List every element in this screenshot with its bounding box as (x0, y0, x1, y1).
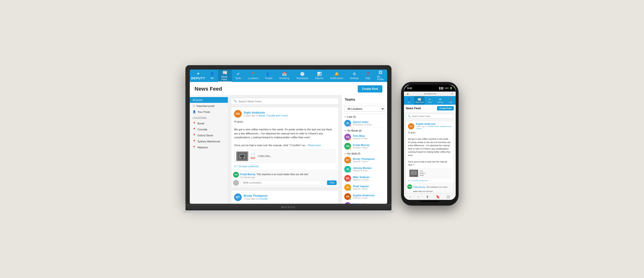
nav-news-feed[interactable]: 📰 News Feed (218, 70, 232, 82)
share-button[interactable]: ⬆ (426, 195, 429, 199)
post-author-1[interactable]: Soph Anderson (244, 111, 288, 114)
post-body-1: Hi guys, We got a new coffee machine in … (234, 120, 336, 148)
nav-reports[interactable]: 📊 Reports (312, 70, 327, 82)
sidebar-item-oxford-street[interactable]: 📍 Oxford Street (190, 132, 228, 138)
sidebar-item-waterloo[interactable]: 📍 Waterloo (190, 144, 228, 150)
phone-nav-settings[interactable]: ⚙ Settings (435, 96, 446, 105)
lock-icon: 🔒 (406, 92, 409, 95)
post-location-link-2[interactable]: Cronulla (258, 198, 268, 200)
comment-input-1[interactable] (240, 180, 326, 185)
phone-post-body: Hi guys, We got a new coffee machine in … (408, 131, 452, 167)
feed-area: 🔍 SA Soph Anderson (228, 95, 342, 204)
refresh-icon[interactable]: ↻ (452, 92, 453, 95)
member-name-finn[interactable]: Finn Blue (353, 134, 368, 137)
sidebar-item-bondi[interactable]: 📍 Bondi (190, 120, 228, 126)
nav-help[interactable]: ❓ Help (362, 70, 374, 82)
member-name-mike[interactable]: Mike Sullivan (353, 176, 370, 178)
pdf-icon-wrap: 📄 PDF (250, 153, 256, 160)
member-name-sophie[interactable]: Sophie Anderson (353, 194, 375, 197)
sidebar-item-sydney-warehouse[interactable]: 📍 Sydney Warehouse (190, 138, 228, 144)
waterloo-label: Waterloo (198, 146, 208, 149)
phone-confirmed: 17 / 23 have confirmed (408, 180, 452, 182)
phone-comment-author[interactable]: Freda Murray (413, 186, 425, 188)
sidebar-item-your-posts[interactable]: 👤 Your Posts (190, 109, 228, 115)
phone-bottom-bar: ‹ › ⬆ 🔖 ⊡ (404, 193, 456, 200)
my-profile-icon: 🖼 (378, 70, 382, 75)
nav-rostering-label: Rostering (279, 77, 290, 80)
teams-location-select[interactable]: All Locations (344, 106, 385, 112)
teams-filter: All Locations (342, 104, 387, 114)
your-posts-icon: 👤 (192, 110, 196, 113)
svg-point-3 (242, 158, 243, 159)
search-input[interactable] (238, 100, 336, 103)
phone-home-indicator (420, 201, 440, 202)
search-bar[interactable]: 🔍 (231, 98, 339, 104)
nav-people[interactable]: 👥 People (262, 70, 276, 82)
phone-attachment[interactable]: Cof... Machi... 3000 (408, 168, 452, 178)
nav-reports-label: Reports (315, 77, 324, 80)
nav-notifications[interactable]: 🔔 Notifications (327, 70, 346, 82)
phone-post-author[interactable]: Sophie Anderson (416, 123, 452, 125)
laptop-brand: MacBook (281, 206, 296, 208)
phone-help-label: Help (449, 101, 452, 103)
team-member-darren: DI Darren Inder Scheduled 11:00am (342, 119, 387, 128)
help-icon: ❓ (365, 72, 370, 76)
phone-comment-content: Freda Murray This machine is so much bet… (413, 184, 452, 194)
comment-time-1: 27 minutes ago (240, 176, 336, 178)
phone-nav-news-feed[interactable]: 📰 News Feed (414, 96, 424, 105)
member-name-freda[interactable]: Freda Murray (353, 144, 370, 146)
phone-nav-tasks[interactable]: ✔ Tasks (424, 96, 435, 105)
comment-author-1[interactable]: Freda Murray (240, 173, 256, 176)
reports-icon: 📊 (317, 72, 322, 76)
create-post-button[interactable]: Create Post (358, 85, 382, 92)
nav-rostering[interactable]: 📅 Rostering (276, 70, 293, 82)
read-more-1[interactable]: Read more (308, 144, 321, 147)
post-location-link-1[interactable]: Bondi, Cronulla and 3 more (259, 114, 288, 117)
nav-tasks[interactable]: ✔ Tasks (232, 70, 245, 82)
nav-news-feed-label: News Feed (222, 76, 228, 81)
phone-post-header: SA Sophie Anderson 3 days ago to Oxford … (408, 123, 452, 130)
phone-search[interactable]: 🔍 (406, 114, 454, 119)
nav-settings[interactable]: ⚙ Settings (347, 70, 362, 82)
post-author-2[interactable]: Brody Thompson (244, 194, 268, 198)
post-attachment-1[interactable]: 📄 PDF Coffee Mac... (234, 149, 336, 163)
phone-create-post-button[interactable]: Create Post (437, 106, 454, 110)
nav-logo[interactable]: ✦ DEPUTY (190, 70, 206, 82)
member-name-jeremy[interactable]: Jeremy Becker (353, 166, 372, 170)
nav-timesheets[interactable]: 🕐 Timesheets (293, 70, 312, 82)
comment-post-button-1[interactable]: Post (327, 180, 336, 185)
phone-nav-me[interactable]: 👤 Me (404, 96, 414, 105)
phone-me-icon: 👤 (407, 98, 411, 101)
status-dot-pearl (349, 189, 351, 191)
phone-news-icon: 📰 (418, 98, 421, 101)
member-name-darren[interactable]: Darren Inder (353, 120, 372, 124)
forward-button[interactable]: › (418, 195, 419, 199)
nav-my-profile[interactable]: 🖼 My Profile (374, 70, 387, 82)
news-feed-icon: 📰 (222, 70, 227, 75)
member-name-brody[interactable]: Brody Thompson (353, 158, 375, 160)
sidebar-item-important-posts[interactable]: ⚠ Important posts (190, 103, 228, 109)
tabs-button[interactable]: ⊡ (447, 195, 450, 199)
url-text: aeroster.com (424, 92, 436, 95)
member-name-pearl[interactable]: Pearl Ingram (353, 185, 369, 188)
phone-search-input[interactable] (412, 115, 452, 118)
team-member-pearl: PI Pearl Ingram Started 7:01am (342, 183, 387, 192)
member-avatar-freda: FM (344, 143, 351, 150)
locations-section-label: Locations (190, 115, 228, 120)
member-name-tabitha[interactable]: Tabitha Romero (353, 203, 373, 204)
post-card-2: BT Brody Thompson 1 hour ago to Cronulla (231, 190, 339, 204)
nav-locations[interactable]: 📍 Locations (244, 70, 262, 82)
phone-nav-help[interactable]: ❓ Help (446, 96, 456, 105)
svg-rect-2 (240, 155, 244, 157)
teams-group-break: — On Break (2) (342, 128, 387, 132)
back-button[interactable]: ‹ (410, 195, 411, 199)
sidebar-item-all-posts[interactable]: All posts (190, 97, 228, 103)
pdf-icon: 📄 (251, 153, 255, 156)
bookmarks-button[interactable]: 🔖 (436, 195, 440, 199)
nav-me[interactable]: 👤 Me (206, 70, 218, 82)
laptop-foot (183, 210, 394, 213)
member-time-freda: Started 7:58am (353, 146, 370, 149)
team-member-mike: MS Mike Sullivan Started 11:02am (342, 174, 387, 183)
phone-post-avatar: SA (408, 123, 414, 130)
sidebar-item-cronulla[interactable]: 📍 Cronulla (190, 126, 228, 132)
